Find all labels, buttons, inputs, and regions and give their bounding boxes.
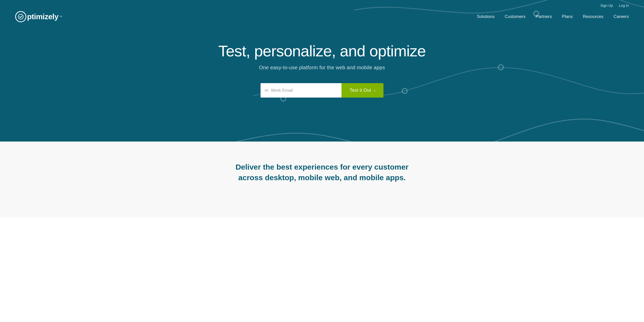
logo-text: ptimizely — [27, 12, 58, 21]
email-input[interactable] — [271, 83, 337, 98]
email-form: ✉ Test it Out › — [5, 83, 639, 98]
email-input-wrapper: ✉ — [261, 83, 341, 98]
hero-content: Test, personalize, and optimize One easy… — [0, 27, 644, 118]
cta-label: Test it Out — [350, 88, 371, 93]
nav-link-resources[interactable]: Resources — [583, 14, 603, 19]
nav-link-customers[interactable]: Customers — [505, 14, 525, 19]
nav-item-partners: Partners — [535, 14, 552, 19]
logo-trademark: ™ — [59, 15, 62, 18]
cta-button[interactable]: Test it Out › — [341, 83, 383, 98]
lower-headline: Deliver the best experiences for every c… — [233, 162, 411, 183]
nav-link-solutions[interactable]: Solutions — [477, 14, 495, 19]
hero-subheadline: One easy-to-use platform for the web and… — [5, 65, 639, 71]
signup-link[interactable]: Sign Up — [600, 4, 613, 8]
cta-arrow: › — [374, 88, 375, 93]
main-nav: ptimizely ™ Solutions Customers Partners… — [0, 11, 644, 27]
logo-link[interactable]: ptimizely ™ — [15, 11, 62, 22]
nav-item-plans: Plans — [562, 14, 573, 19]
hero-section: Sign Up Log In ptimizely ™ Solutions — [0, 0, 644, 142]
nav-item-resources: Resources — [583, 14, 603, 19]
nav-link-plans[interactable]: Plans — [562, 14, 573, 19]
hero-headline: Test, personalize, and optimize — [5, 42, 639, 60]
nav-links: Solutions Customers Partners Plans Resou… — [477, 14, 629, 19]
top-bar: Sign Up Log In — [0, 0, 644, 11]
lower-section: Deliver the best experiences for every c… — [0, 142, 644, 217]
nav-item-customers: Customers — [505, 14, 525, 19]
nav-item-careers: Careers — [614, 14, 629, 19]
nav-link-partners[interactable]: Partners — [535, 14, 552, 19]
svg-point-9 — [18, 14, 23, 19]
logo-area: ptimizely ™ — [15, 11, 62, 22]
nav-item-solutions: Solutions — [477, 14, 495, 19]
login-link[interactable]: Log In — [619, 4, 629, 8]
logo-icon — [15, 11, 26, 22]
nav-link-careers[interactable]: Careers — [614, 14, 629, 19]
email-icon: ✉ — [265, 88, 268, 93]
